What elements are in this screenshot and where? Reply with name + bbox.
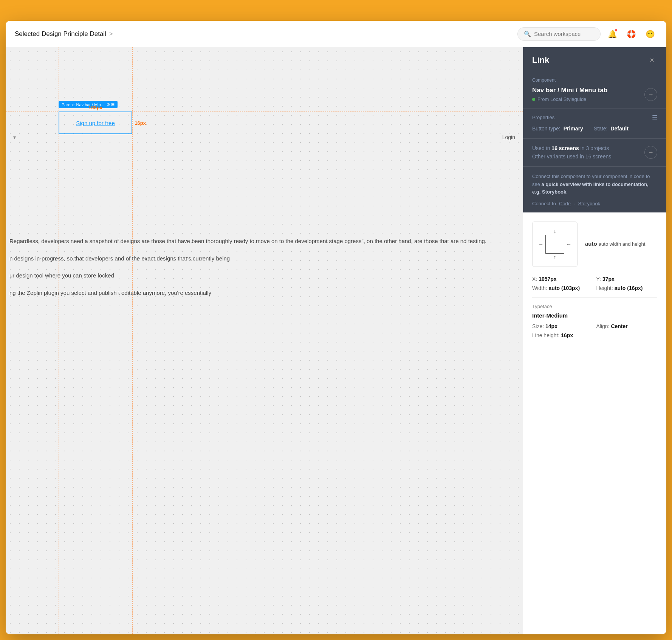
arrow-bottom-icon: ↑	[554, 254, 556, 260]
search-icon: 🔍	[524, 31, 531, 37]
component-name: Nav bar / Mini / Menu tab	[532, 87, 607, 94]
properties-section: Properties ☰ Button type: Primary State:…	[523, 108, 666, 139]
divider-1	[532, 297, 657, 298]
dimension-inner-box: → ← ↓ ↑	[545, 235, 564, 254]
props-panel: → ← ↓ ↑ auto auto width and height	[523, 212, 666, 347]
size-prop: Size: 14px	[532, 323, 593, 329]
canvas-paragraph-4: ng the Zeplin plugin you select and publ…	[9, 288, 523, 298]
properties-label: Properties	[532, 115, 554, 120]
source-dot	[532, 98, 535, 101]
close-button[interactable]: ×	[647, 55, 657, 65]
user-avatar[interactable]: 😶	[643, 27, 657, 41]
notifications-icon[interactable]: 🔔	[605, 27, 619, 41]
connect-links: Connect to Code · Storybook	[532, 201, 657, 206]
component-section-label: Component	[532, 77, 657, 83]
connect-storybook-link[interactable]: Storybook	[578, 201, 601, 206]
help-icon[interactable]: 🛟	[624, 27, 638, 41]
right-panel: Link × Component Nav bar / Mini / Menu t…	[523, 47, 666, 634]
dimension-right: 16px	[135, 120, 146, 126]
align-prop: Align: Center	[596, 323, 658, 329]
state-value: Default	[610, 126, 628, 132]
usage-line-1: Used in 16 screens in 3 projects	[532, 144, 611, 152]
header-right: 🔍 🔔 🛟 😶	[517, 27, 657, 41]
canvas-paragraph-2: n designs in-progress, so that developer…	[9, 254, 523, 263]
line-height-prop: Line height: 16px	[532, 332, 593, 338]
nav-dropdown-icon: ▾	[13, 134, 16, 140]
canvas-text: Regardless, developers need a snapshot o…	[6, 236, 523, 305]
connect-section: Connect this component to your component…	[523, 167, 666, 212]
canvas-paragraph-3: ur design tool where you can store locke…	[9, 271, 523, 280]
dimension-top: 103px	[88, 105, 102, 110]
app-window: Selected Design Principle Detail > 🔍 🔔 🛟…	[6, 21, 666, 634]
typeface-label: Typeface	[532, 304, 657, 309]
typeface-name: Inter-Medium	[532, 312, 657, 319]
width-coord: Width: auto (103px)	[532, 285, 593, 291]
parent-label-icons: ⊙ ⊟	[107, 102, 115, 107]
component-info: Nav bar / Mini / Menu tab From Local Sty…	[532, 87, 607, 102]
connect-text: Connect this component to your component…	[532, 173, 657, 196]
button-type-row: Button type: Primary State: Default	[532, 126, 657, 132]
source-text: From Local Styleguide	[537, 96, 586, 102]
link-panel-header: Link ×	[523, 47, 666, 71]
nav-login: Login	[502, 134, 515, 140]
arrow-left-icon: →	[538, 241, 543, 247]
dim-auto-label: auto auto width and height	[585, 240, 657, 247]
connect-code-link[interactable]: Code	[559, 201, 571, 206]
element-border: 103px 16px Sign up for free	[59, 112, 132, 134]
dimension-info: auto auto width and height	[585, 240, 657, 248]
header-bar: Selected Design Principle Detail > 🔍 🔔 🛟…	[6, 21, 666, 47]
properties-menu-icon[interactable]: ☰	[652, 114, 657, 121]
breadcrumb-text: Selected Design Principle Detail	[15, 30, 106, 38]
usage-text: Used in 16 screens in 3 projects Other v…	[532, 144, 611, 161]
y-coord: Y: 37px	[596, 276, 658, 282]
component-section: Component Nav bar / Mini / Menu tab From…	[523, 71, 666, 108]
link-panel: Link × Component Nav bar / Mini / Menu t…	[523, 47, 666, 212]
x-coord: X: 1057px	[532, 276, 593, 282]
connect-separator: ·	[574, 201, 575, 206]
usage-nav-button[interactable]: →	[644, 146, 657, 159]
type-props: Size: 14px Align: Center Line height: 16…	[532, 323, 657, 338]
main-content: ▾ Login Parent: Nav bar / Min... ⊙ ⊟ 103…	[6, 47, 666, 634]
arrow-top-icon: ↓	[554, 228, 556, 234]
arrow-right-icon: ←	[566, 241, 571, 247]
breadcrumb: Selected Design Principle Detail >	[15, 30, 113, 38]
notification-dot	[614, 28, 618, 32]
state-label: State:	[594, 126, 608, 132]
button-type-value: Primary	[564, 126, 583, 132]
coord-grid: X: 1057px Y: 37px Width: auto (103px) He…	[532, 276, 657, 291]
dimension-visual: → ← ↓ ↑	[532, 222, 578, 267]
search-input[interactable]	[534, 31, 594, 37]
component-nav-button[interactable]: →	[644, 88, 657, 101]
link-title: Link	[532, 55, 549, 65]
typeface-section: Typeface Inter-Medium Size: 14px Align: …	[532, 304, 657, 338]
component-source: From Local Styleguide	[532, 96, 607, 102]
element-text: Sign up for free	[59, 112, 132, 133]
usage-section: Used in 16 screens in 3 projects Other v…	[523, 139, 666, 167]
selected-element-container[interactable]: Parent: Nav bar / Min... ⊙ ⊟ 103px 16px …	[59, 112, 132, 134]
connect-prefix: Connect to	[532, 201, 556, 206]
dimension-box: → ← ↓ ↑ auto auto width and height	[532, 222, 657, 267]
canvas-area[interactable]: ▾ Login Parent: Nav bar / Min... ⊙ ⊟ 103…	[6, 47, 523, 634]
canvas-paragraph-1: Regardless, developers need a snapshot o…	[9, 236, 523, 246]
button-type-label: Button type:	[532, 126, 561, 132]
breadcrumb-arrow: >	[109, 31, 113, 37]
properties-header: Properties ☰	[532, 114, 657, 121]
component-row: Nav bar / Mini / Menu tab From Local Sty…	[532, 87, 657, 102]
usage-line-2: Other variants used in 16 screens	[532, 152, 611, 161]
nav-dropdown: ▾	[13, 134, 16, 140]
search-bar[interactable]: 🔍	[517, 27, 601, 41]
height-coord: Height: auto (16px)	[596, 285, 658, 291]
